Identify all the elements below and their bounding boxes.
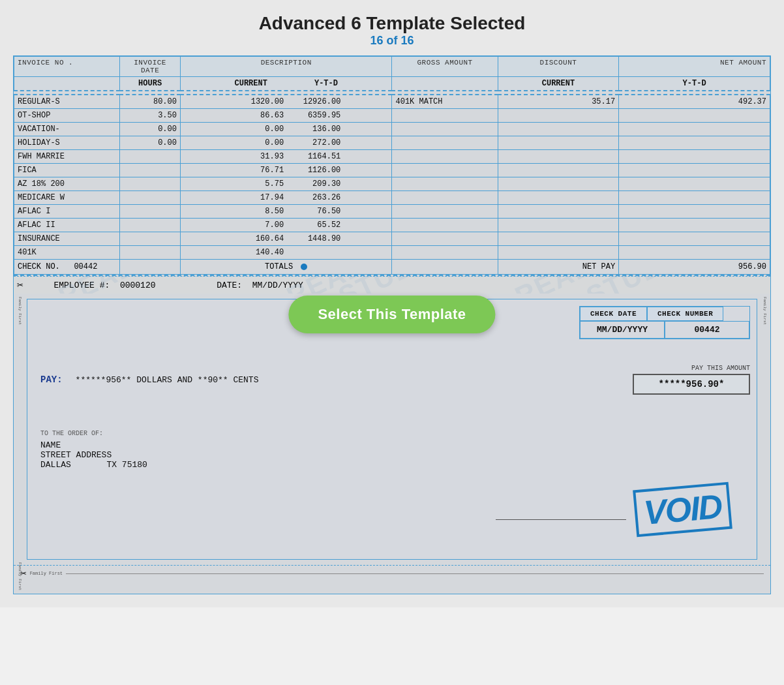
stub-row-gross <box>392 232 498 246</box>
col-header-description: DESCRIPTION <box>180 57 392 77</box>
subh-hours: HOURS <box>120 77 181 91</box>
select-button-overlay: Select This Template <box>288 296 495 333</box>
stub-row-label: OT-SHOP <box>14 109 120 123</box>
stub-row-gross <box>392 123 498 136</box>
stub-row-label: AFLAC II <box>14 219 120 232</box>
stub-row-discount <box>498 177 618 191</box>
stub-row-gross <box>392 246 498 260</box>
order-label: TO THE ORDER OF: <box>40 430 147 437</box>
stub-row-desc: 140.40 <box>180 246 392 260</box>
bottom-family-first: Family First <box>30 571 63 576</box>
stub-row-discount <box>498 191 618 205</box>
pay-this-amount-label: PAY THIS AMOUNT <box>633 365 750 372</box>
stub-row-label: MEDICARE W <box>14 191 120 205</box>
signature-line <box>496 519 626 520</box>
stub-row-net <box>619 109 770 123</box>
stub-data-row: OT-SHOP 3.50 86.63 6359.95 <box>14 109 770 123</box>
net-pay-value: 956.90 <box>619 260 770 275</box>
stub-row-label: 401K <box>14 246 120 260</box>
stub-row-gross <box>392 150 498 164</box>
payee-name: NAME <box>40 440 147 450</box>
pay-line: PAY: ******956** DOLLARS AND **90** CENT… <box>40 374 258 385</box>
bottom-scissors-line: ✂ Family First <box>14 565 770 581</box>
check-number-value: 00442 <box>665 321 749 339</box>
page-title: Advanced 6 Template Selected <box>13 7 771 34</box>
stub-row-label: AZ 18% 200 <box>14 177 120 191</box>
totals-row: CHECK NO. 00442 TOTALS NET PAY 956.90 <box>14 260 770 275</box>
totals-label: TOTALS <box>180 260 392 275</box>
employee-info-row: ✂ EMPLOYEE #: 0000120 DATE: MM/DD/YYYY <box>14 276 770 294</box>
stub-row-label: FWH MARRIE <box>14 150 120 164</box>
employee-date-value: MM/DD/YYYY <box>252 281 303 290</box>
stub-row-desc: 7.00 65.52 <box>180 219 392 232</box>
stub-data-row: AFLAC II 7.00 65.52 <box>14 219 770 232</box>
stub-row-net <box>619 246 770 260</box>
stub-row-label: FICA <box>14 164 120 177</box>
stub-row-label: INSURANCE <box>14 232 120 246</box>
subh-ytd: Y-T-D <box>619 77 770 91</box>
family-first-top-right: Family First <box>762 297 767 325</box>
col-header-net: NET AMOUNT <box>619 57 770 77</box>
check-section: Family First Family First Family First C… <box>14 294 770 594</box>
col-header-discount: DISCOUNT <box>498 57 618 77</box>
stub-row-net: 492.37 <box>619 95 770 109</box>
stub-row-gross <box>392 136 498 150</box>
stub-row-desc: 31.93 1164.51 <box>180 150 392 164</box>
stub-row-gross <box>392 109 498 123</box>
stub-row-hours <box>120 191 181 205</box>
stub-row-net <box>619 164 770 177</box>
stub-row-hours: 3.50 <box>120 109 181 123</box>
stub-row-hours <box>120 246 181 260</box>
check-date-header: CHECK DATE <box>580 307 647 321</box>
stub-row-net <box>619 150 770 164</box>
stub-row-discount <box>498 164 618 177</box>
stub-row-hours <box>120 219 181 232</box>
stub-row-discount <box>498 136 618 150</box>
stub-row-desc: 5.75 209.30 <box>180 177 392 191</box>
stub-data-row: AZ 18% 200 5.75 209.30 <box>14 177 770 191</box>
stub-data-row: FICA 76.71 1126.00 <box>14 164 770 177</box>
pay-label: PAY: <box>40 374 63 385</box>
stub-row-gross <box>392 177 498 191</box>
stub-row-discount <box>498 205 618 219</box>
stub-row-hours <box>120 164 181 177</box>
stub-row-label: REGULAR-S <box>14 95 120 109</box>
subh-current: CURRENT Y-T-D <box>180 77 392 91</box>
family-first-mid-left: Family First <box>18 562 22 590</box>
stub-row-hours: 0.00 <box>120 123 181 136</box>
check-date-number-box: CHECK DATE CHECK NUMBER MM/DD/YYYY 00442 <box>579 306 750 339</box>
stub-table: INVOICE NO . INVOICE DATE DESCRIPTION GR… <box>14 56 770 275</box>
stub-row-desc: 76.71 1126.00 <box>180 164 392 177</box>
stub-row-discount <box>498 150 618 164</box>
stub-row-net <box>619 219 770 232</box>
stub-row-net <box>619 205 770 219</box>
stub-row-label: HOLIDAY-S <box>14 136 120 150</box>
stub-row-hours: 0.00 <box>120 136 181 150</box>
stub-row-hours: 80.00 <box>120 95 181 109</box>
stub-row-gross: 401K MATCH <box>392 95 498 109</box>
stub-row-desc: 0.00 136.00 <box>180 123 392 136</box>
stub-row-discount <box>498 109 618 123</box>
payee-city-state: DALLAS TX 75180 <box>40 460 147 470</box>
totals-dot <box>301 264 307 270</box>
stub-data-row: INSURANCE 160.64 1448.90 <box>14 232 770 246</box>
check-no-label: CHECK NO. 00442 <box>14 260 120 275</box>
stub-data-row: REGULAR-S 80.00 1320.00 12926.00 401K MA… <box>14 95 770 109</box>
stub-data-row: AFLAC I 8.50 76.50 <box>14 205 770 219</box>
subh-discount-current: CURRENT <box>498 77 618 91</box>
pay-text: ******956** DOLLARS AND **90** CENTS <box>76 375 259 385</box>
col-header-gross: GROSS AMOUNT <box>392 57 498 77</box>
stub-row-net <box>619 232 770 246</box>
stub-row-discount <box>498 123 618 136</box>
stub-row-hours <box>120 205 181 219</box>
stub-row-gross <box>392 191 498 205</box>
stub-row-discount <box>498 232 618 246</box>
select-template-button[interactable]: Select This Template <box>288 296 495 333</box>
stub-data-row: HOLIDAY-S 0.00 0.00 272.00 <box>14 136 770 150</box>
stub-row-discount <box>498 219 618 232</box>
stub-row-gross <box>392 164 498 177</box>
stub-header-row: INVOICE NO . INVOICE DATE DESCRIPTION GR… <box>14 57 770 77</box>
pay-amount-box: *****956.90* <box>633 374 750 395</box>
subh-gross <box>392 77 498 91</box>
stub-row-desc: 8.50 76.50 <box>180 205 392 219</box>
